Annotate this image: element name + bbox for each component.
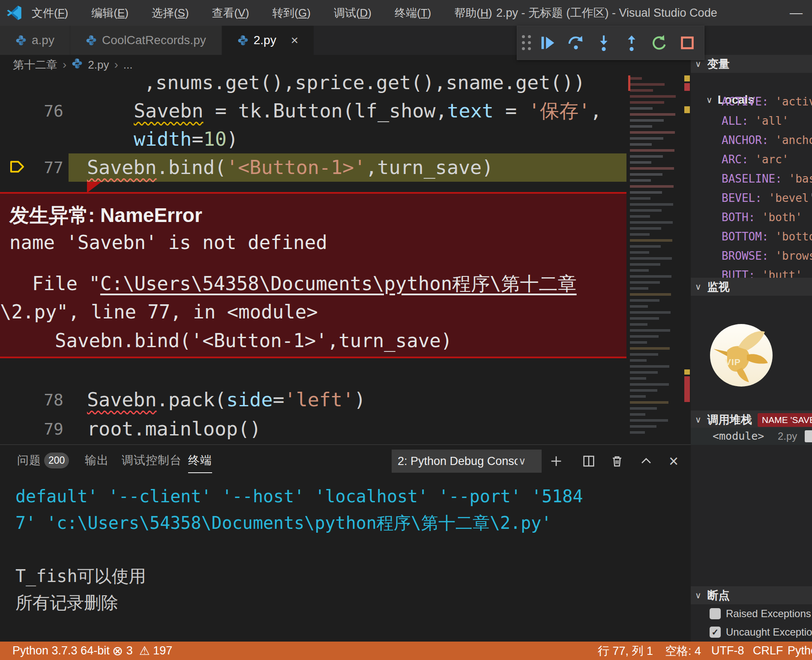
menu-选择(S)[interactable]: 选择(S) (152, 6, 189, 21)
tab-a.py[interactable]: a.py (0, 26, 70, 55)
variable-row-ANCHOR[interactable]: ANCHOR: 'anchor (722, 131, 812, 150)
chevron-down-icon: ∨ (706, 95, 713, 105)
language-mode-status[interactable]: Python (788, 642, 812, 660)
debug-side-panel: ∨变量 ∨Locals ACTIVE: 'activeALL: 'all'ANC… (691, 26, 812, 642)
variable-row-ACTIVE[interactable]: ACTIVE: 'active (722, 92, 812, 111)
callstack-frame-row[interactable]: <module> 2.py (691, 428, 812, 445)
code-line-79[interactable]: 79root.mainloop() (0, 415, 691, 443)
split-terminal-button[interactable] (578, 450, 600, 472)
variable-row-BUTT[interactable]: BUTT: 'butt' (722, 266, 812, 278)
variable-row-BASELINE[interactable]: BASELINE: 'base (722, 169, 812, 189)
vscode-logo-icon (6, 5, 22, 21)
panel-tab-终端[interactable]: 终端 (188, 453, 212, 473)
toolbar-drag-grip[interactable] (521, 33, 532, 53)
code-line-76[interactable]: 76Savebn = tk.Button(lf_show,text = '保存'… (0, 97, 691, 125)
panel-tab-输出[interactable]: 输出 (85, 453, 109, 468)
variables-section-header[interactable]: ∨变量 (691, 55, 812, 73)
exception-stack-line-3: Savebn.bind('<Button-1>',turn_save) (9, 330, 452, 351)
python-interpreter-status[interactable]: Python 3.7.3 64-bit (12, 642, 110, 660)
terminal-output[interactable]: default' '--client' '--host' 'localhost'… (0, 475, 691, 642)
close-panel-icon[interactable]: × (662, 450, 685, 472)
line-number (0, 125, 63, 153)
code-line-78[interactable]: 78Savebn.pack(side='left') (0, 386, 691, 414)
problems-status[interactable]: ⊗ 3 ⚠ 197 (112, 642, 172, 660)
variable-row-BEVEL[interactable]: BEVEL: 'bevel' (722, 189, 812, 208)
eol-status[interactable]: CRLF (753, 642, 783, 660)
code-line-77[interactable]: 77Savebn.bind('<Button-1>',turn_save) (0, 153, 691, 182)
indentation-status[interactable]: 空格: 4 (665, 642, 701, 660)
terminal-line: 7' 'c:\Users\54358\Documents\python程序\第十… (15, 510, 551, 536)
tab-2.py[interactable]: 2.py× (222, 26, 314, 55)
bottom-panel: 问题输出调试控制台终端 200 2: Python Debug Conso ∨ … (0, 444, 691, 642)
minimap[interactable] (628, 75, 680, 444)
vip-hummingbird-logo: VIP (709, 323, 773, 387)
cursor-position-status[interactable]: 行 77, 列 1 (598, 642, 653, 660)
line-number (0, 69, 63, 97)
encoding-status[interactable]: UTF-8 (711, 642, 744, 660)
variable-row-BOTH[interactable]: BOTH: 'both' (722, 208, 812, 227)
checkbox[interactable] (710, 608, 721, 619)
code-line[interactable]: width=10) (0, 125, 691, 153)
chevron-down-icon: ∨ (695, 590, 701, 600)
debug-continue-button[interactable] (536, 29, 560, 57)
menubar: 文件(F)编辑(E)选择(S)查看(V)转到(G)调试(D)终端(T)帮助(H) (32, 0, 492, 26)
watch-section-header[interactable]: ∨监视 (691, 278, 812, 296)
close-tab-icon[interactable]: × (291, 33, 299, 48)
breakpoint-row[interactable]: ✓Uncaught Exceptions (710, 624, 812, 641)
menu-帮助(H)[interactable]: 帮助(H) (454, 6, 492, 21)
debug-toolbar (517, 26, 704, 60)
titlebar: 文件(F)编辑(E)选择(S)查看(V)转到(G)调试(D)终端(T)帮助(H)… (0, 0, 812, 26)
chevron-down-icon: ∨ (695, 282, 701, 292)
exception-widget: 发生异常: NameError name 'Savebn' is not def… (0, 192, 626, 358)
frame-name: <module> (713, 428, 764, 445)
tab-CoolCatRecords.py[interactable]: CoolCatRecords.py (70, 26, 222, 55)
terminal-line: T_fish可以使用 (15, 563, 146, 589)
menu-文件(F)[interactable]: 文件(F) (32, 6, 68, 21)
menu-编辑(E)[interactable]: 编辑(E) (91, 6, 129, 21)
breakpoint-row[interactable]: Raised Exceptions (710, 605, 812, 622)
stack-file-link[interactable]: C:\Users\54358\Documents\python程序\第十二章 (100, 273, 577, 294)
minimize-button[interactable]: — (783, 0, 809, 26)
kill-terminal-trash-icon[interactable] (606, 450, 628, 472)
code-line[interactable]: ,snums.get(),sprice.get(),sname.get()) (0, 69, 691, 97)
menu-查看(V)[interactable]: 查看(V) (212, 6, 249, 21)
maximize-panel-chevron-icon[interactable] (635, 450, 657, 472)
chevron-down-icon: ∨ (695, 59, 701, 69)
variable-row-ALL[interactable]: ALL: 'all' (722, 111, 812, 131)
svg-text:VIP: VIP (725, 357, 741, 367)
menu-调试(D)[interactable]: 调试(D) (334, 6, 372, 21)
yellow-stackframe-arrow-icon (9, 159, 25, 174)
variable-row-ARC[interactable]: ARC: 'arc' (722, 150, 812, 169)
terminal-line: default' '--client' '--host' 'localhost'… (15, 483, 583, 510)
chevron-down-icon: ∨ (695, 414, 701, 425)
panel-tab-问题[interactable]: 问题 (17, 453, 41, 468)
variable-row-BROWSE[interactable]: BROWSE: 'browse (722, 246, 812, 266)
statusbar: Python 3.7.3 64-bit ⊗ 3 ⚠ 197 行 77, 列 1 … (0, 642, 812, 660)
circle-slash-icon: ⊗ (112, 643, 123, 658)
checkbox[interactable]: ✓ (710, 627, 721, 638)
breakpoints-section-header[interactable]: ∨断点 (691, 586, 812, 604)
debug-step-out-button[interactable] (619, 29, 644, 57)
debug-stop-button[interactable] (675, 29, 700, 57)
code-editor[interactable]: ,snums.get(),sprice.get(),sname.get())76… (0, 75, 691, 444)
overview-ruler (680, 75, 691, 444)
menu-终端(T)[interactable]: 终端(T) (395, 6, 431, 21)
panel-tab-调试控制台[interactable]: 调试控制台 (122, 453, 182, 468)
debug-step-over-button[interactable] (563, 29, 588, 57)
callstack-error-badge: NAME 'SAVEBN (758, 413, 812, 427)
terminal-select[interactable]: 2: Python Debug Conso ∨ (392, 450, 542, 473)
line-number: 79 (0, 415, 63, 443)
terminal-line: 所有记录删除 (15, 589, 118, 616)
frame-file: 2.py (778, 428, 797, 445)
python-icon (15, 35, 27, 46)
exception-stack-line-1: File "C:\Users\54358\Documents\python程序\… (9, 271, 577, 297)
debug-step-into-button[interactable] (591, 29, 616, 57)
new-terminal-button[interactable] (545, 450, 567, 472)
menu-转到(G)[interactable]: 转到(G) (272, 6, 311, 21)
problems-count-badge: 200 (44, 453, 69, 468)
exception-stack-line-2: \2.py", line 77, in <module> (0, 301, 318, 323)
debug-restart-button[interactable] (647, 29, 672, 57)
window-title: 2.py - 无标题 (工作区) - Visual Studio Code (496, 0, 717, 26)
variable-row-BOTTOM[interactable]: BOTTOM: 'bottom (722, 227, 812, 246)
warning-triangle-icon: ⚠ (139, 644, 150, 658)
